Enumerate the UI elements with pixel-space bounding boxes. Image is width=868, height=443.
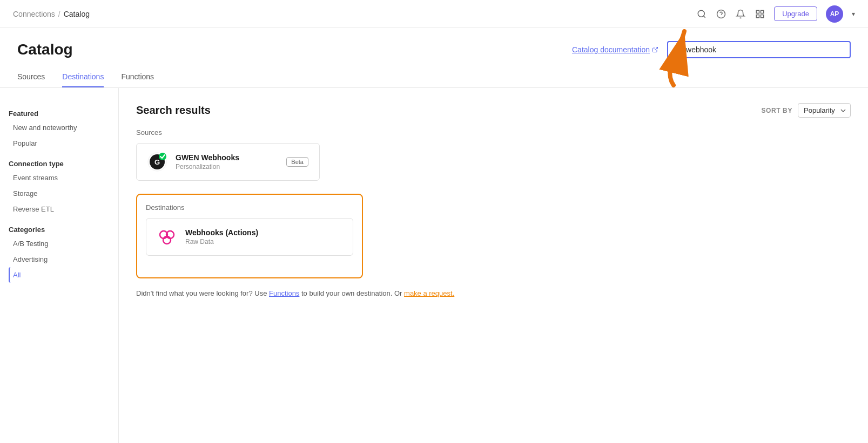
- sidebar: Featured New and noteworthy Popular Conn…: [0, 88, 119, 443]
- bell-icon[interactable]: [735, 9, 746, 19]
- sidebar-item-ab-testing[interactable]: A/B Testing: [9, 236, 110, 251]
- tab-sources[interactable]: Sources: [17, 67, 45, 87]
- sort-select[interactable]: Popularity Name Date: [798, 103, 851, 118]
- sidebar-item-popular[interactable]: Popular: [9, 135, 110, 151]
- content-area: Search results SORT BY Popularity Name D…: [119, 88, 868, 443]
- grid-icon[interactable]: [755, 9, 765, 19]
- search-icon[interactable]: [696, 9, 707, 19]
- breadcrumb-separator: /: [58, 10, 60, 18]
- header-right: Catalog documentation: [572, 41, 851, 58]
- destinations-cards-grid: Webhooks (Actions) Raw Data: [146, 218, 353, 256]
- gwen-webhooks-info: GWEN Webhooks Personalization: [176, 153, 278, 171]
- svg-line-10: [679, 51, 681, 52]
- destinations-section-label: Destinations: [146, 203, 353, 212]
- beta-badge: Beta: [286, 157, 308, 167]
- sidebar-header-categories: Categories: [9, 221, 110, 236]
- sources-cards-grid: G GWEN Webhooks Personalization Beta: [136, 143, 851, 181]
- bottom-text: Didn't find what you were looking for? U…: [136, 289, 851, 297]
- svg-line-1: [704, 16, 705, 17]
- breadcrumb: Connections / Catalog: [13, 10, 90, 18]
- svg-rect-6: [756, 15, 759, 17]
- gwen-webhooks-name: GWEN Webhooks: [176, 153, 278, 162]
- sidebar-header-connection-type: Connection type: [9, 155, 110, 170]
- upgrade-button[interactable]: Upgrade: [774, 6, 817, 21]
- destinations-section: Destinations Webhooks (Actions): [136, 194, 363, 278]
- functions-link[interactable]: Functions: [269, 289, 299, 297]
- svg-text:G: G: [154, 158, 160, 166]
- card-gwen-webhooks[interactable]: G GWEN Webhooks Personalization Beta: [136, 143, 320, 181]
- sources-section-label: Sources: [136, 128, 851, 137]
- tab-functions[interactable]: Functions: [121, 67, 154, 87]
- sidebar-item-new-noteworthy[interactable]: New and noteworthy: [9, 120, 110, 135]
- svg-rect-4: [756, 10, 759, 13]
- sidebar-item-reverse-etl[interactable]: Reverse ETL: [9, 201, 110, 217]
- catalog-doc-link[interactable]: Catalog documentation: [572, 45, 658, 54]
- svg-rect-7: [761, 15, 764, 17]
- main-content: Featured New and noteworthy Popular Conn…: [0, 88, 868, 443]
- search-box[interactable]: [667, 41, 851, 58]
- avatar[interactable]: AP: [826, 5, 843, 23]
- sidebar-item-storage[interactable]: Storage: [9, 186, 110, 201]
- chevron-down-icon[interactable]: ▾: [852, 10, 855, 18]
- sidebar-item-event-streams[interactable]: Event streams: [9, 170, 110, 186]
- page-container: Catalog Catalog documentation: [0, 28, 868, 443]
- webhooks-actions-subtitle: Raw Data: [185, 238, 342, 246]
- make-request-link[interactable]: make a request.: [404, 289, 454, 297]
- bottom-text-middle: to build your own destination. Or: [299, 289, 404, 297]
- sidebar-item-all[interactable]: All: [9, 267, 110, 283]
- bottom-text-before: Didn't find what you were looking for? U…: [136, 289, 269, 297]
- sidebar-header-featured: Featured: [9, 105, 110, 120]
- search-icon: [675, 46, 682, 53]
- webhooks-actions-name: Webhooks (Actions): [185, 228, 342, 237]
- sort-by-label: SORT BY: [761, 107, 792, 114]
- navbar-right: Upgrade AP ▾: [696, 5, 855, 23]
- sidebar-item-advertising[interactable]: Advertising: [9, 251, 110, 267]
- svg-rect-5: [761, 10, 764, 13]
- tabs-bar: Sources Destinations Functions: [0, 67, 868, 88]
- search-results-title: Search results: [136, 104, 211, 117]
- gwen-webhooks-subtitle: Personalization: [176, 163, 278, 171]
- breadcrumb-current: Catalog: [64, 10, 90, 18]
- webhooks-actions-logo: [157, 227, 177, 247]
- content-header: Search results SORT BY Popularity Name D…: [136, 103, 851, 118]
- navbar: Connections / Catalog: [0, 0, 868, 28]
- webhooks-actions-info: Webhooks (Actions) Raw Data: [185, 228, 342, 246]
- sort-by-container: SORT BY Popularity Name Date: [761, 103, 851, 118]
- help-icon[interactable]: [716, 9, 726, 19]
- svg-line-8: [655, 47, 658, 51]
- page-header: Catalog Catalog documentation: [0, 28, 868, 58]
- svg-point-9: [676, 47, 681, 52]
- card-webhooks-actions[interactable]: Webhooks (Actions) Raw Data: [146, 218, 353, 256]
- gwen-webhooks-logo: G: [147, 152, 167, 172]
- breadcrumb-parent[interactable]: Connections: [13, 10, 55, 18]
- page-title: Catalog: [17, 41, 73, 58]
- tab-destinations[interactable]: Destinations: [62, 67, 104, 87]
- search-input[interactable]: [686, 45, 843, 54]
- svg-point-0: [698, 10, 704, 17]
